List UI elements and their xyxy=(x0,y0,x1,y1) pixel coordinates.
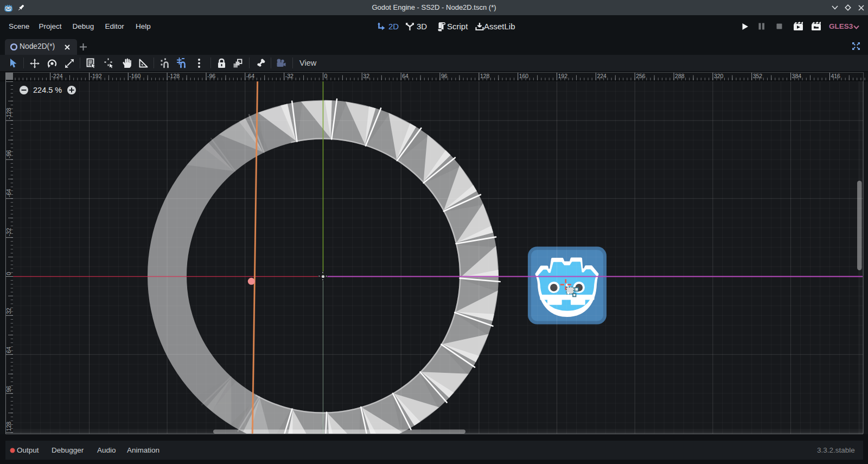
svg-text:64: 64 xyxy=(5,347,12,353)
svg-text:192: 192 xyxy=(558,73,568,79)
svg-text:-128: -128 xyxy=(5,107,12,119)
svg-text:0: 0 xyxy=(324,73,328,79)
svg-text:-128: -128 xyxy=(168,73,180,79)
svg-text:128: 128 xyxy=(5,422,12,431)
svg-text:-96: -96 xyxy=(5,150,12,158)
svg-text:32: 32 xyxy=(363,73,369,79)
svg-text:-32: -32 xyxy=(285,73,293,79)
svg-text:-192: -192 xyxy=(91,73,102,79)
svg-text:0: 0 xyxy=(5,272,12,275)
svg-text:256: 256 xyxy=(636,73,646,79)
svg-text:160: 160 xyxy=(519,73,529,79)
svg-text:96: 96 xyxy=(5,386,12,392)
svg-text:352: 352 xyxy=(753,73,763,79)
svg-text:-64: -64 xyxy=(5,189,12,197)
svg-text:64: 64 xyxy=(402,73,409,79)
svg-text:320: 320 xyxy=(714,73,724,79)
svg-text:32: 32 xyxy=(5,308,12,314)
svg-text:-64: -64 xyxy=(246,73,254,79)
svg-text:288: 288 xyxy=(675,73,685,79)
svg-text:96: 96 xyxy=(441,73,448,79)
svg-text:224: 224 xyxy=(597,73,607,79)
svg-text:384: 384 xyxy=(792,73,802,79)
svg-text:416: 416 xyxy=(831,73,840,79)
svg-text:-32: -32 xyxy=(5,228,12,236)
svg-text:-96: -96 xyxy=(207,73,215,79)
svg-text:128: 128 xyxy=(480,73,490,79)
svg-text:-160: -160 xyxy=(129,73,141,79)
svg-text:-224: -224 xyxy=(52,73,63,79)
